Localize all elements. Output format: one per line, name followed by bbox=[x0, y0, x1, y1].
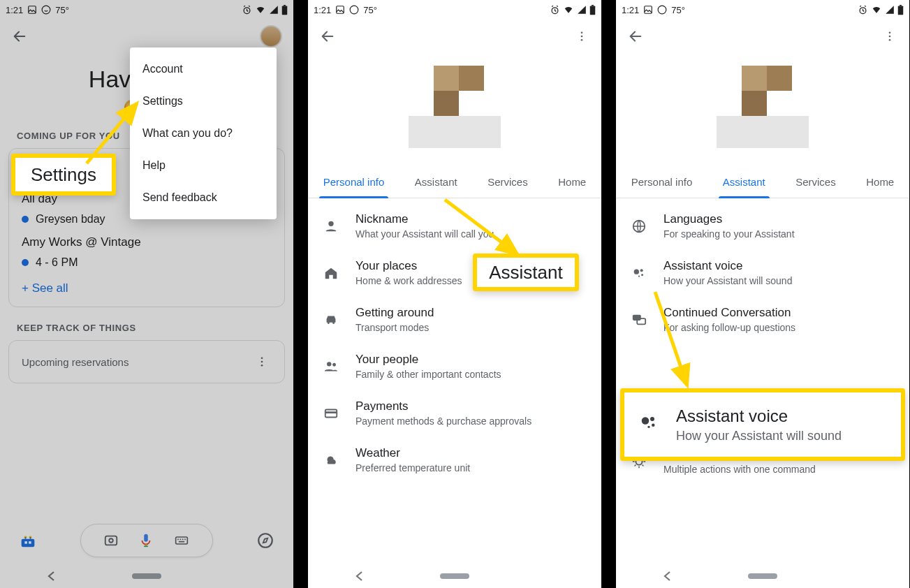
svg-rect-21 bbox=[144, 534, 148, 542]
menu-what-can-you-do[interactable]: What can you do? bbox=[130, 117, 277, 149]
cell-signal-icon bbox=[885, 5, 895, 15]
svg-point-13 bbox=[261, 365, 263, 367]
svg-point-36 bbox=[581, 36, 583, 38]
search-pill[interactable] bbox=[80, 524, 213, 557]
cell-signal-icon bbox=[577, 5, 587, 15]
row-your-people[interactable]: Your peopleFamily & other important cont… bbox=[308, 343, 601, 390]
tab-assistant[interactable]: Assistant bbox=[411, 168, 462, 198]
profile-hero-image bbox=[717, 66, 809, 148]
weather-icon bbox=[322, 451, 340, 469]
svg-point-11 bbox=[261, 357, 263, 359]
lens-icon[interactable] bbox=[103, 533, 119, 548]
row-languages[interactable]: LanguagesFor speaking to your Assistant bbox=[616, 203, 909, 249]
tab-personal-info[interactable]: Personal info bbox=[319, 168, 389, 198]
menu-help[interactable]: Help bbox=[130, 149, 277, 182]
nav-home-pill[interactable] bbox=[132, 573, 161, 579]
status-bar: 1:21 75° bbox=[616, 0, 909, 20]
updates-button[interactable] bbox=[15, 528, 41, 553]
row-payments[interactable]: PaymentsPayment methods & purchase appro… bbox=[308, 390, 601, 436]
svg-point-37 bbox=[581, 39, 583, 41]
overflow-button[interactable] bbox=[569, 24, 594, 49]
svg-point-39 bbox=[328, 322, 330, 324]
tab-services[interactable]: Services bbox=[483, 168, 532, 198]
tab-home[interactable]: Home bbox=[862, 168, 898, 198]
svg-point-65 bbox=[647, 426, 650, 428]
svg-point-41 bbox=[327, 362, 331, 366]
mic-icon[interactable] bbox=[138, 531, 154, 550]
event-row[interactable]: 4 - 6 PM bbox=[22, 256, 272, 269]
conversation-icon bbox=[630, 311, 648, 329]
row-continued-conversation[interactable]: Continued ConversationFor asking follow-… bbox=[616, 296, 909, 343]
callout-settings: Settings bbox=[11, 154, 116, 196]
event-title: Greysen bday bbox=[36, 213, 105, 226]
svg-point-28 bbox=[258, 534, 272, 547]
callout-assistant-label: Assistant bbox=[489, 262, 563, 284]
status-time: 1:21 bbox=[314, 5, 331, 15]
row-nickname[interactable]: NicknameWhat your Assistant will call yo… bbox=[308, 203, 601, 249]
svg-rect-19 bbox=[105, 536, 117, 545]
svg-rect-4 bbox=[284, 5, 286, 6]
svg-point-64 bbox=[652, 424, 655, 427]
tab-home[interactable]: Home bbox=[554, 168, 590, 198]
tab-assistant[interactable]: Assistant bbox=[719, 168, 770, 198]
profile-avatar[interactable] bbox=[260, 25, 282, 47]
wifi-icon bbox=[871, 5, 882, 15]
nav-back-icon[interactable] bbox=[355, 571, 363, 582]
app-bar bbox=[616, 20, 909, 53]
svg-rect-22 bbox=[176, 537, 188, 544]
row-getting-around[interactable]: Getting aroundTransport modes bbox=[308, 296, 601, 343]
svg-rect-17 bbox=[24, 541, 27, 544]
svg-rect-34 bbox=[592, 5, 594, 6]
svg-rect-14 bbox=[22, 539, 35, 547]
overflow-button[interactable] bbox=[877, 24, 902, 49]
svg-point-52 bbox=[889, 36, 891, 38]
callout-assistant-voice: Assistant voice How your Assistant will … bbox=[620, 388, 905, 461]
svg-point-40 bbox=[332, 322, 335, 324]
callout-assistant: Assistant bbox=[473, 253, 579, 291]
explore-button[interactable] bbox=[253, 528, 278, 553]
back-button[interactable] bbox=[315, 24, 340, 49]
see-all-link[interactable]: + See all bbox=[22, 281, 68, 295]
cell-signal-icon bbox=[269, 5, 279, 15]
nav-bar bbox=[308, 564, 601, 588]
row-weather[interactable]: WeatherPreferred temperature unit bbox=[308, 436, 601, 483]
event-dot-icon bbox=[22, 216, 29, 223]
alarm-icon bbox=[242, 5, 252, 15]
card-more-button[interactable] bbox=[252, 352, 272, 372]
phone-screen-1: 1:21 75° Have a gre Mos bbox=[0, 0, 293, 588]
nav-back-icon[interactable] bbox=[47, 571, 55, 582]
svg-rect-46 bbox=[645, 6, 652, 14]
image-icon bbox=[643, 5, 653, 15]
back-button[interactable] bbox=[623, 24, 648, 49]
settings-tabs: Personal info Assistant Services Home bbox=[616, 168, 909, 198]
nav-home-pill[interactable] bbox=[440, 573, 469, 579]
card-icon bbox=[322, 404, 340, 422]
callout-voice-title: Assistant voice bbox=[676, 406, 842, 426]
battery-icon bbox=[281, 5, 288, 15]
svg-rect-44 bbox=[325, 411, 337, 413]
svg-point-38 bbox=[328, 221, 333, 226]
svg-rect-25 bbox=[182, 539, 184, 541]
nav-home-pill[interactable] bbox=[748, 573, 777, 579]
person-icon bbox=[322, 217, 340, 235]
menu-settings[interactable]: Settings bbox=[130, 85, 277, 117]
bottom-action-bar bbox=[0, 521, 293, 560]
tab-personal-info[interactable]: Personal info bbox=[627, 168, 697, 198]
svg-point-63 bbox=[650, 417, 654, 421]
settings-tabs: Personal info Assistant Services Home bbox=[308, 168, 601, 198]
whatsapp-icon bbox=[349, 5, 359, 15]
nav-back-icon[interactable] bbox=[663, 571, 671, 582]
row-assistant-voice[interactable]: Assistant voiceHow your Assistant will s… bbox=[616, 249, 909, 296]
menu-account[interactable]: Account bbox=[130, 53, 277, 85]
status-time: 1:21 bbox=[622, 5, 639, 15]
back-button[interactable] bbox=[7, 24, 32, 49]
image-icon bbox=[335, 5, 345, 15]
svg-rect-18 bbox=[29, 541, 31, 544]
overflow-menu: Account Settings What can you do? Help S… bbox=[130, 47, 277, 219]
tab-services[interactable]: Services bbox=[791, 168, 840, 198]
menu-send-feedback[interactable]: Send feedback bbox=[130, 182, 277, 214]
battery-icon bbox=[897, 5, 904, 15]
svg-point-58 bbox=[638, 275, 640, 277]
status-temp: 75° bbox=[671, 5, 685, 15]
keyboard-icon[interactable] bbox=[173, 534, 190, 547]
